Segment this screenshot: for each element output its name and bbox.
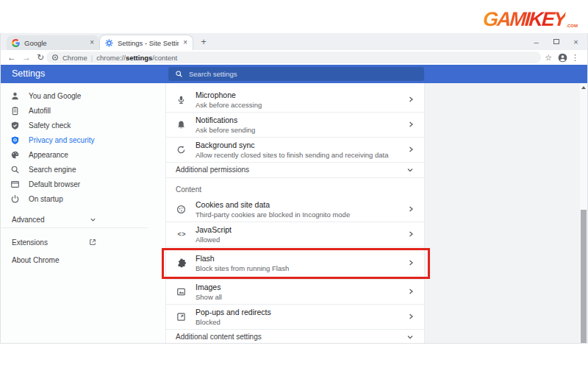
- bookmark-star-icon[interactable]: ☆: [545, 50, 552, 65]
- browser-toolbar: ← → ↻ Chrome | chrome://settings/content…: [1, 50, 587, 66]
- tab-close-icon[interactable]: ×: [183, 39, 187, 46]
- sidebar-item-on-startup[interactable]: On startup: [1, 191, 165, 206]
- sidebar-item-label: Safety check: [29, 121, 71, 130]
- sidebar-item-extensions[interactable]: Extensions: [1, 235, 96, 250]
- extensions-label: Extensions: [12, 238, 48, 247]
- forward-button[interactable]: →: [22, 50, 31, 65]
- code-brackets-icon: < >: [176, 230, 187, 238]
- sidebar-item-appearance[interactable]: Appearance: [1, 147, 165, 162]
- row-popups-redirects[interactable]: Pop-ups and redirects Blocked: [166, 304, 424, 329]
- additional-content-settings-toggle[interactable]: Additional content settings: [166, 329, 424, 343]
- tab-google[interactable]: Google ×: [7, 35, 99, 50]
- sidebar-advanced-toggle[interactable]: Advanced: [1, 212, 96, 227]
- row-cookies[interactable]: Cookies and site data Third-party cookie…: [166, 197, 424, 222]
- sidebar-item-you-and-google[interactable]: You and Google: [1, 88, 165, 103]
- scrollbar-thumb[interactable]: [581, 210, 587, 343]
- gamikey-logo: GAMIKEY .COM: [483, 4, 578, 31]
- tab-settings[interactable]: Settings - Site Settings ×: [99, 35, 193, 50]
- additional-permissions-toggle[interactable]: Additional permissions: [166, 162, 424, 177]
- back-button[interactable]: ←: [7, 50, 16, 65]
- maximize-button[interactable]: [546, 33, 566, 50]
- privacy-shield-icon: [10, 135, 20, 145]
- about-chrome-label: About Chrome: [12, 256, 59, 264]
- sidebar-item-about-chrome[interactable]: About Chrome: [1, 252, 96, 267]
- url-path: /content: [152, 54, 177, 62]
- sidebar-item-label: On startup: [29, 195, 63, 203]
- omnibox-separator: |: [91, 54, 93, 62]
- settings-gear-favicon-icon: [105, 39, 113, 47]
- sidebar-item-safety-check[interactable]: Safety check: [1, 118, 165, 132]
- chevron-right-icon: [408, 96, 414, 102]
- row-title: JavaScript: [196, 225, 399, 234]
- row-subtitle: Block sites from running Flash: [196, 264, 399, 272]
- settings-content: You and Google Autofill Safety check: [1, 83, 587, 343]
- row-subtitle: Show all: [196, 293, 399, 301]
- tab-close-icon[interactable]: ×: [90, 39, 94, 46]
- content-section-label: Content: [166, 177, 424, 195]
- scrollbar-up-arrow-icon[interactable]: [581, 86, 586, 89]
- chevron-right-icon: [408, 206, 414, 212]
- tab-strip: Google × Settings - Site Settings × + – …: [1, 33, 587, 50]
- settings-search-input[interactable]: Search settings: [168, 67, 424, 81]
- row-title: Background sync: [196, 141, 399, 149]
- advanced-label: Advanced: [12, 216, 44, 224]
- section-label-text: Content: [176, 185, 201, 194]
- sidebar-item-default-browser[interactable]: Default browser: [1, 177, 165, 191]
- puzzle-piece-icon: [176, 258, 187, 268]
- url-scheme: chrome://: [96, 54, 126, 62]
- sidebar-item-autofill[interactable]: Autofill: [1, 103, 165, 118]
- sidebar-item-privacy-and-security[interactable]: Privacy and security: [1, 132, 165, 147]
- browser-window-icon: [10, 180, 20, 189]
- row-title: Pop-ups and redirects: [196, 308, 399, 316]
- bell-icon: [176, 120, 187, 130]
- row-title: Flash: [196, 254, 399, 263]
- row-subtitle: Allow recently closed sites to finish se…: [196, 151, 399, 159]
- chevron-down-icon: [406, 166, 414, 174]
- gamikey-logo-text: GAMIKEY: [482, 8, 566, 31]
- row-microphone[interactable]: Microphone Ask before accessing: [166, 87, 424, 112]
- row-images[interactable]: Images Show all: [166, 279, 424, 304]
- page-gutter: [425, 83, 580, 343]
- row-title: Cookies and site data: [196, 200, 399, 209]
- row-subtitle: Ask before accessing: [196, 101, 399, 109]
- new-tab-button[interactable]: +: [198, 36, 209, 48]
- row-subtitle: Ask before sending: [196, 126, 399, 134]
- autofill-icon: [10, 106, 20, 116]
- row-subtitle: Blocked: [196, 318, 399, 326]
- omnibox-url: chrome://settings/content: [96, 54, 177, 62]
- sidebar-item-label: Autofill: [29, 107, 51, 115]
- row-subtitle: Allowed: [196, 236, 399, 244]
- popup-window-icon: [176, 312, 187, 322]
- sidebar-item-label: Appearance: [29, 151, 68, 159]
- sidebar-divider: [1, 227, 148, 228]
- row-subtitle: Third-party cookies are blocked in Incog…: [196, 210, 399, 219]
- browser-menu-icon[interactable]: ⋮: [571, 50, 579, 65]
- google-favicon-icon: [12, 39, 20, 47]
- chevron-right-icon: [408, 121, 414, 127]
- chevron-right-icon: [408, 260, 414, 266]
- close-window-button[interactable]: ×: [566, 33, 586, 50]
- sync-icon: [176, 145, 187, 155]
- row-title: Notifications: [196, 116, 399, 124]
- row-flash[interactable]: Flash Block sites from running Flash: [166, 247, 424, 279]
- sidebar-item-label: Default browser: [29, 180, 80, 188]
- row-javascript[interactable]: < > JavaScript Allowed: [166, 222, 424, 247]
- scrollbar[interactable]: [580, 83, 587, 343]
- power-icon: [10, 194, 20, 204]
- reload-button[interactable]: ↻: [37, 50, 44, 65]
- maximize-icon: [553, 39, 559, 44]
- address-bar[interactable]: Chrome | chrome://settings/content: [46, 52, 541, 63]
- sidebar-item-label: Privacy and security: [29, 136, 94, 144]
- row-title: Images: [196, 283, 399, 291]
- row-title: Microphone: [196, 91, 399, 99]
- row-notifications[interactable]: Notifications Ask before sending: [166, 112, 424, 137]
- chevron-right-icon: [408, 146, 414, 152]
- shield-check-icon: [10, 121, 20, 130]
- sidebar-item-search-engine[interactable]: Search engine: [1, 162, 165, 177]
- chevron-down-icon: [406, 333, 414, 341]
- profile-avatar-icon[interactable]: [558, 50, 567, 65]
- sidebar-item-label: You and Google: [29, 92, 81, 100]
- minimize-button[interactable]: –: [526, 33, 546, 50]
- tab-title: Google: [24, 39, 85, 47]
- row-background-sync[interactable]: Background sync Allow recently closed si…: [166, 137, 424, 162]
